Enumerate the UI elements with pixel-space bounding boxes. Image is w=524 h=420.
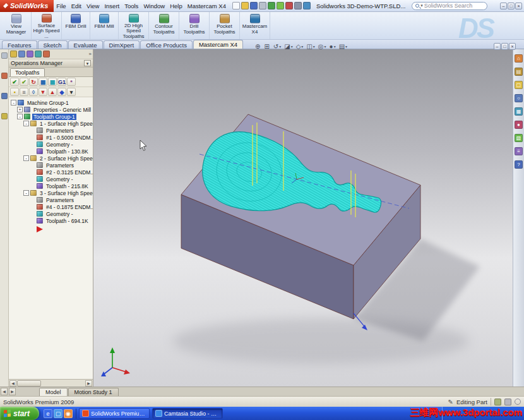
expand-toggle[interactable]: -	[17, 114, 23, 119]
model-tab[interactable]: Model	[39, 388, 68, 396]
tree-row[interactable]: Parameters	[9, 127, 93, 134]
app-close-button[interactable]: ×	[515, 3, 522, 9]
search-icon[interactable]: ○	[515, 94, 523, 102]
view-palette-icon[interactable]: ▦	[515, 107, 523, 116]
lock-button[interactable]: ▪	[10, 88, 19, 96]
tree-row[interactable]: #2 - 0.3125 ENDM...	[9, 169, 93, 176]
tab-scroll-right-button[interactable]: ▶	[9, 388, 16, 395]
command-tab[interactable]: Evaluate	[68, 40, 103, 49]
internet-explorer-icon[interactable]: e	[44, 409, 52, 418]
tree-row[interactable]: Geometry -	[9, 176, 93, 183]
ribbon-button[interactable]: FBM Drill	[62, 12, 90, 39]
undo-icon[interactable]	[268, 2, 275, 9]
menu-item[interactable]: File	[54, 1, 68, 11]
select-dirty-operations-button[interactable]: ✔	[20, 78, 28, 86]
expand-toggle[interactable]	[30, 128, 35, 133]
chevron-down-icon[interactable]: ▾	[313, 43, 315, 51]
view-orientation-icon[interactable]: ◇ ▾	[295, 43, 305, 51]
move-insert-up-button[interactable]: ▲	[48, 88, 57, 96]
ribbon-button[interactable]: FBM Mill	[90, 12, 119, 39]
ribbon-button[interactable]: Surface High Speed ...	[32, 12, 62, 39]
expand-toggle[interactable]: -	[23, 121, 29, 126]
expand-toggle[interactable]: +	[17, 107, 23, 112]
graphics-viewport[interactable]	[93, 49, 513, 387]
tree-row[interactable]: Toolpath - 694.1K	[9, 217, 93, 224]
toolpath-utility-button[interactable]: *	[67, 78, 76, 86]
tree-row[interactable]: + Properties - Generic Mill	[9, 106, 93, 113]
chevron-down-icon[interactable]: ▾	[301, 43, 303, 51]
expand-toggle[interactable]	[30, 135, 35, 140]
menu-item[interactable]: Window	[141, 1, 167, 11]
ribbon-button[interactable]: Pocket Toolpaths	[210, 12, 240, 39]
tree-row[interactable]: #1 - 0.5000 ENDM...	[9, 134, 93, 141]
apply-scene-icon[interactable]: ▤ ▾	[338, 43, 348, 51]
task-button[interactable]: SolidWorks Premium 2...	[79, 408, 150, 419]
expand-toggle[interactable]	[30, 183, 35, 189]
tab-scroll-left-button[interactable]: ◀	[1, 388, 8, 395]
zoom-area-icon[interactable]: ⊞	[263, 43, 271, 51]
chevron-down-icon[interactable]: ▾	[325, 43, 326, 51]
toggle-display-button[interactable]: ≡	[20, 88, 28, 96]
media-player-icon[interactable]: ◉	[64, 409, 73, 418]
expand-toggle[interactable]	[30, 169, 35, 175]
more-options-button[interactable]: ▾	[67, 88, 76, 96]
previous-view-icon[interactable]: ↺ ▾	[272, 43, 282, 51]
menu-item[interactable]: Edit	[69, 1, 84, 11]
feature-manager-tab-icon[interactable]	[10, 51, 17, 57]
menu-item[interactable]: Mastercam X4	[185, 1, 229, 11]
model-tab[interactable]: Motion Study 1	[68, 388, 119, 396]
configuration-manager-tab-icon[interactable]	[27, 51, 33, 57]
command-tab[interactable]: DimXpert	[104, 40, 140, 49]
panel-horizontal-scrollbar[interactable]: ◀ ▶	[9, 379, 93, 387]
app-restore-button[interactable]: □	[508, 3, 515, 9]
tree-row[interactable]: Geometry -	[9, 210, 93, 217]
scroll-right-button[interactable]: ▶	[85, 380, 92, 387]
property-manager-tab-icon[interactable]	[18, 51, 25, 57]
tree-row[interactable]: - Toolpath Group-1	[9, 113, 93, 120]
task-button[interactable]: Camtasia Studio - Unt...	[152, 408, 223, 419]
expand-toggle[interactable]	[30, 197, 35, 203]
select-all-operations-button[interactable]: ✔	[10, 78, 19, 86]
tree-row[interactable]: Geometry -	[9, 141, 93, 148]
insert-position-arrow[interactable]	[37, 226, 43, 232]
status-icon-tags[interactable]	[504, 399, 511, 405]
zoom-fit-icon[interactable]: ⊕	[254, 43, 262, 51]
tree-row[interactable]: - 1 - Surface High Speed	[9, 120, 93, 127]
doc-restore-button[interactable]: □	[501, 43, 508, 50]
verify-button[interactable]: ▦	[48, 78, 57, 86]
task-pane-resources-icon[interactable]: ⌂	[515, 54, 523, 63]
expand-toggle[interactable]: -	[23, 155, 29, 161]
chevron-down-icon[interactable]: ▾	[334, 43, 336, 51]
command-tab[interactable]: Mastercam X4	[193, 40, 243, 49]
command-tab[interactable]: Features	[2, 40, 37, 49]
redo-icon[interactable]	[277, 2, 284, 9]
tree-row[interactable]: #4 - 0.1875 ENDM...	[9, 203, 93, 210]
ribbon-button[interactable]: Mastercam X4	[240, 12, 270, 39]
ribbon-button[interactable]: 2D High Speed Toolpaths	[119, 12, 149, 39]
expand-toggle[interactable]	[30, 141, 35, 147]
expand-toggle[interactable]	[30, 211, 35, 217]
expand-toggle[interactable]	[30, 176, 35, 182]
expand-toggle[interactable]	[30, 204, 35, 210]
menu-item[interactable]: Tools	[122, 1, 141, 11]
hide-show-items-icon[interactable]: ◎ ▾	[317, 43, 328, 51]
section-view-icon[interactable]: ◪ ▾	[283, 43, 294, 51]
command-tab[interactable]: Office Products	[140, 40, 193, 49]
tree-row[interactable]: Parameters	[9, 196, 93, 203]
app-minimize-button[interactable]: –	[500, 3, 507, 9]
print-icon[interactable]	[259, 2, 266, 9]
save-icon[interactable]	[250, 2, 258, 9]
side-tool-icon-4[interactable]	[1, 113, 8, 119]
status-sphere-icon[interactable]	[515, 399, 521, 405]
side-tool-icon-2[interactable]	[1, 73, 8, 79]
tree-row[interactable]: - Machine Group-1	[9, 99, 93, 106]
tree-row[interactable]: Parameters	[9, 162, 93, 169]
menu-item[interactable]: View	[84, 1, 102, 11]
chevron-down-icon[interactable]: ▾	[279, 43, 281, 51]
rebuild-icon[interactable]	[285, 2, 293, 9]
new-document-icon[interactable]	[232, 2, 240, 9]
tree-row[interactable]: - 3 - Surface High Speed	[9, 189, 93, 196]
custom-properties-icon[interactable]: ≡	[515, 147, 523, 155]
chevron-down-icon[interactable]: ▾	[345, 43, 347, 51]
command-tab[interactable]: Sketch	[38, 40, 68, 49]
